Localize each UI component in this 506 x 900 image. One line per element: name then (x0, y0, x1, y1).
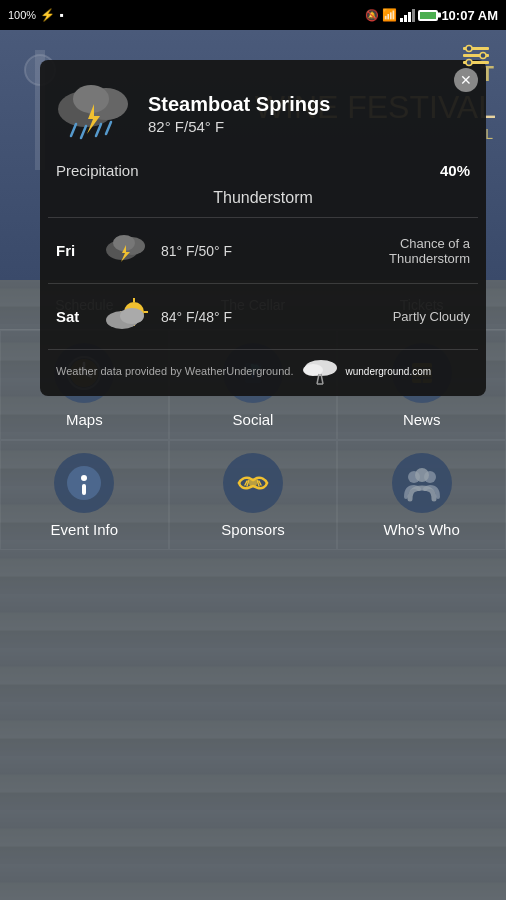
maps-label: Maps (66, 411, 103, 428)
battery-percent: 100% (8, 9, 36, 21)
weather-main-icon (56, 74, 136, 154)
precip-value: 40% (440, 162, 470, 179)
svg-line-13 (96, 124, 101, 136)
forecast-temp-fri: 81° F/50° F (161, 243, 340, 259)
forecast-row-sat: Sat 84° F/48° F Partly Cloudy (40, 284, 486, 349)
svg-point-5 (466, 46, 472, 52)
forecast-row-fri: Fri 81° F/50° F Chance of a Thunderstorm (40, 218, 486, 283)
whos-who-label: Who's Who (384, 521, 460, 538)
svg-point-50 (415, 468, 429, 482)
forecast-desc-sat: Partly Cloudy (393, 309, 470, 324)
grid-row-2: Event Info Sponsors (0, 440, 506, 550)
weather-main: Steamboat Springs 82° F/54° F (40, 60, 486, 154)
weather-credit: Weather data provided by WeatherUndergro… (40, 350, 486, 396)
svg-point-18 (113, 235, 135, 251)
mute-icon: 🔕 (365, 9, 379, 22)
event-info-label: Event Info (51, 521, 119, 538)
news-label: News (403, 411, 441, 428)
forecast-day-sat: Sat (56, 308, 91, 325)
time-display: 10:07 AM (441, 8, 498, 23)
svg-point-47 (249, 479, 257, 487)
weather-credit-text: Weather data provided by WeatherUndergro… (56, 365, 293, 377)
status-bar-left: 100% ⚡ ▪ (8, 8, 63, 22)
svg-line-11 (71, 124, 76, 136)
sponsors-icon-circle (223, 453, 283, 513)
temp-main: 82° F/54° F (148, 118, 470, 135)
weather-popup: ✕ Steamboat Springs 82° F/54° F Pre (40, 60, 486, 396)
svg-rect-46 (82, 484, 86, 495)
wifi-icon: 📶 (382, 8, 397, 22)
svg-line-12 (81, 126, 86, 138)
usb-icon: ⚡ (40, 8, 55, 22)
svg-point-28 (303, 364, 323, 376)
condition-main: Thunderstorm (40, 187, 486, 217)
precipitation-row: Precipitation 40% (40, 154, 486, 187)
forecast-icon-fri (101, 228, 151, 273)
sd-icon: ▪ (59, 8, 63, 22)
status-bar: 100% ⚡ ▪ 🔕 📶 10:07 AM (0, 0, 506, 30)
svg-point-6 (480, 53, 486, 59)
grid-cell-event-info[interactable]: Event Info (0, 440, 169, 550)
svg-point-10 (73, 85, 109, 113)
svg-point-7 (466, 60, 472, 66)
settings-button[interactable] (456, 35, 496, 75)
whos-who-icon-circle (392, 453, 452, 513)
forecast-desc-fri: Chance of a Thunderstorm (350, 236, 470, 266)
svg-point-45 (81, 475, 87, 481)
wu-logo-text: wunderground.com (345, 366, 431, 377)
svg-point-26 (120, 308, 144, 324)
status-bar-right: 🔕 📶 10:07 AM (365, 8, 498, 23)
forecast-icon-sat (101, 294, 151, 339)
forecast-temp-sat: 84° F/48° F (161, 309, 383, 325)
grid-cell-sponsors[interactable]: Sponsors (169, 440, 338, 550)
signal-icon (400, 8, 415, 22)
sponsors-label: Sponsors (221, 521, 284, 538)
weather-details-main: Steamboat Springs 82° F/54° F (148, 93, 470, 135)
grid-cell-whos-who[interactable]: Who's Who (337, 440, 506, 550)
svg-line-14 (106, 122, 111, 134)
battery-icon (418, 10, 438, 21)
event-info-icon-circle (54, 453, 114, 513)
city-name: Steamboat Springs (148, 93, 470, 116)
social-label: Social (233, 411, 274, 428)
wu-logo: wunderground.com (301, 356, 431, 386)
forecast-day-fri: Fri (56, 242, 91, 259)
precip-label: Precipitation (56, 162, 139, 179)
